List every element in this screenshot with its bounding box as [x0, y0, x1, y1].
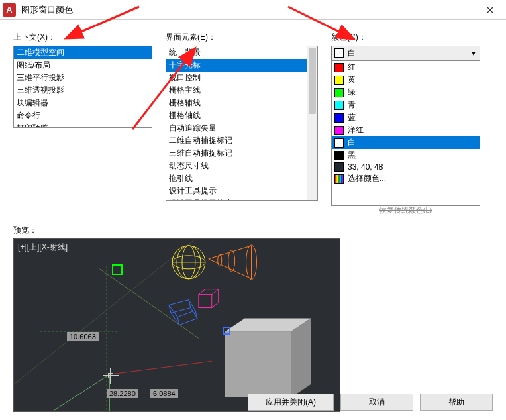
color-options-list[interactable]: 红黄绿青蓝洋红白黑33, 40, 48选择颜色... — [331, 60, 480, 206]
context-label: 上下文(X)： — [13, 32, 152, 43]
element-item[interactable]: 栅格主线 — [166, 84, 317, 97]
color-swatch — [334, 126, 344, 135]
color-swatch — [334, 101, 344, 110]
element-item[interactable]: 三维自动捕捉标记 — [166, 147, 317, 160]
color-option[interactable]: 蓝 — [332, 111, 480, 124]
main-content: 上下文(X)： 二维模型空间图纸/布局三维平行投影三维透视投影块编辑器命令行打印… — [0, 20, 506, 215]
readout-c: 6.0884 — [150, 389, 178, 398]
color-label: 白 — [348, 137, 356, 148]
app-icon: A — [3, 3, 16, 17]
context-item[interactable]: 三维平行投影 — [14, 72, 152, 84]
readout-a: 10.6063 — [67, 332, 99, 341]
color-option[interactable]: 绿 — [332, 86, 480, 99]
color-option[interactable]: 黄 — [332, 74, 480, 86]
color-label: 黄 — [348, 74, 356, 85]
color-option[interactable]: 洋红 — [332, 124, 480, 136]
apply-and-close-button[interactable]: 应用并关闭(A) — [248, 394, 334, 411]
element-item[interactable]: 拖引线 — [166, 172, 317, 185]
color-swatch — [334, 162, 344, 172]
selected-color-label: 白 — [348, 48, 356, 59]
color-option[interactable]: 黑 — [332, 149, 480, 162]
color-swatch — [334, 151, 344, 160]
close-icon — [486, 6, 494, 14]
svg-point-16 — [228, 250, 235, 272]
close-button[interactable] — [477, 0, 503, 20]
element-listbox[interactable]: 统一背景十字光标视口控制栅格主线栅格辅线栅格轴线自动追踪矢量二维自动捕捉标记三维… — [166, 46, 318, 201]
color-swatch — [334, 76, 344, 85]
context-item[interactable]: 打印预览 — [14, 122, 152, 128]
green-snap-marker — [112, 264, 123, 275]
blue-snap-marker — [223, 327, 230, 335]
title-bar: A 图形窗口颜色 — [0, 0, 506, 20]
context-item[interactable]: 块编辑器 — [14, 97, 152, 109]
selected-color-swatch — [334, 48, 344, 58]
element-item[interactable]: 视口控制 — [166, 72, 317, 84]
element-label: 界面元素(E)： — [166, 32, 318, 43]
color-swatch — [334, 88, 344, 97]
element-item[interactable]: 统一背景 — [166, 46, 317, 59]
crosshair-cursor — [107, 372, 115, 380]
color-label: 黑 — [348, 150, 356, 161]
viewcube-text: [+][上][X-射线] — [18, 242, 68, 253]
color-label: 颜色(C)： — [331, 32, 480, 43]
element-item[interactable]: 设计工具提示轮廓 — [166, 197, 317, 201]
color-label: 蓝 — [348, 112, 356, 123]
scrollbar-thumb[interactable] — [309, 48, 316, 114]
svg-line-5 — [54, 374, 110, 411]
element-item[interactable]: 设计工具提示 — [166, 185, 317, 197]
color-swatch — [334, 113, 344, 123]
color-label: 33, 40, 48 — [348, 162, 383, 172]
color-label: 红 — [348, 62, 356, 73]
help-button[interactable]: 帮助 — [420, 394, 493, 411]
cancel-button[interactable]: 取消 — [340, 394, 413, 411]
color-label: 洋红 — [348, 125, 364, 136]
element-item[interactable]: 二维自动捕捉标记 — [166, 134, 317, 147]
svg-line-6 — [109, 361, 211, 374]
color-option[interactable]: 33, 40, 48 — [332, 162, 480, 172]
preview-scene — [14, 239, 340, 412]
button-row: 应用并关闭(A) 取消 帮助 — [248, 394, 493, 411]
scrollbar[interactable] — [307, 46, 317, 200]
window-title: 图形窗口颜色 — [21, 4, 73, 16]
context-item[interactable]: 三维透视投影 — [14, 84, 152, 97]
element-item[interactable]: 栅格辅线 — [166, 97, 317, 109]
element-item[interactable]: 自动追踪矢量 — [166, 122, 317, 134]
svg-rect-18 — [199, 295, 212, 308]
color-label: 青 — [348, 99, 356, 111]
color-swatch — [334, 174, 344, 184]
svg-marker-7 — [225, 331, 291, 397]
context-item[interactable]: 二维模型空间 — [14, 46, 152, 59]
color-option[interactable]: 红 — [332, 61, 480, 74]
preview-label: 预览： — [13, 225, 506, 236]
element-item[interactable]: 十字光标 — [166, 59, 317, 72]
color-option[interactable]: 青 — [332, 99, 480, 111]
element-item[interactable]: 栅格轴线 — [166, 109, 317, 122]
context-listbox[interactable]: 二维模型空间图纸/布局三维平行投影三维透视投影块编辑器命令行打印预览 — [13, 46, 152, 128]
color-option[interactable]: 选择颜色... — [332, 172, 480, 185]
svg-line-20 — [212, 289, 219, 295]
restore-classic-colors-ghost: 恢复传统颜色(L) — [331, 205, 480, 215]
svg-marker-9 — [291, 319, 311, 398]
color-option[interactable]: 白 — [332, 136, 480, 149]
color-swatch — [334, 63, 344, 72]
context-item[interactable]: 图纸/布局 — [14, 59, 152, 72]
color-swatch — [334, 138, 344, 148]
color-dropdown[interactable]: 白 — [331, 46, 480, 60]
readout-b: 28.2280 — [107, 389, 138, 398]
svg-line-19 — [199, 289, 205, 295]
element-item[interactable]: 动态尺寸线 — [166, 160, 317, 172]
color-label: 选择颜色... — [348, 173, 386, 184]
context-item[interactable]: 命令行 — [14, 109, 152, 122]
color-label: 绿 — [348, 87, 356, 98]
preview-viewport: [+][上][X-射线] 10.6063 28.2280 6.0884 — [13, 238, 340, 412]
svg-line-21 — [212, 303, 219, 308]
